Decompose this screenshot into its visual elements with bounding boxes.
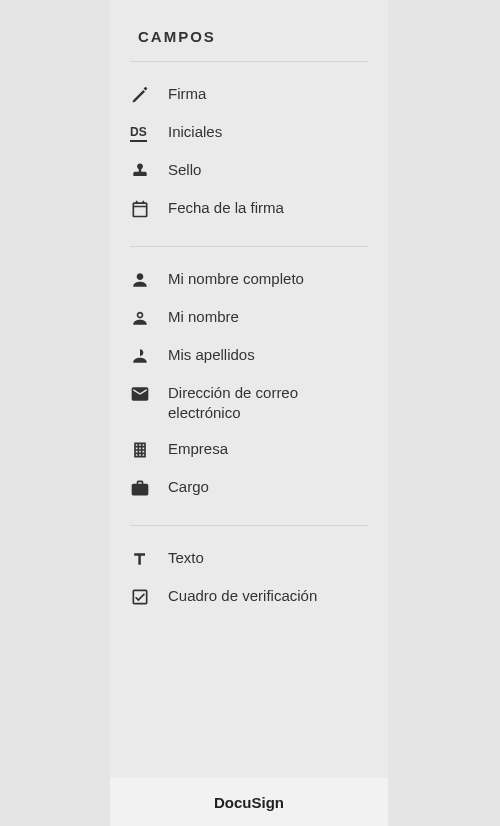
field-label: Texto [168,548,368,568]
field-label: Iniciales [168,122,368,142]
docusign-logo: DocuSign [214,794,284,811]
field-stamp[interactable]: Sello [130,152,368,190]
field-label: Cuadro de verificación [168,586,368,606]
field-label: Cargo [168,477,368,497]
building-icon [130,439,158,461]
field-label: Mi nombre [168,307,368,327]
field-label: Mis apellidos [168,345,368,365]
field-initials[interactable]: DS Iniciales [130,114,368,152]
field-company[interactable]: Empresa [130,431,368,469]
text-icon [130,548,158,570]
field-group-input: Texto Cuadro de verificación [110,526,388,634]
panel-heading: CAMPOS [110,0,388,61]
fields-panel: CAMPOS Firma DS Iniciales Sello Fech [110,0,388,826]
field-label: Fecha de la firma [168,198,368,218]
field-label: Dirección de correo electrónico [168,383,368,423]
pen-icon [130,84,158,106]
field-last-name[interactable]: Mis apellidos [130,337,368,375]
field-title[interactable]: Cargo [130,469,368,507]
field-label: Mi nombre completo [168,269,368,289]
field-label: Firma [168,84,368,104]
briefcase-icon [130,477,158,499]
footer: DocuSign [110,778,388,826]
person-outline-icon [130,307,158,329]
person-half-icon [130,345,158,367]
field-date-signed[interactable]: Fecha de la firma [130,190,368,228]
field-group-personal: Mi nombre completo Mi nombre Mis apellid… [110,247,388,525]
field-label: Empresa [168,439,368,459]
field-full-name[interactable]: Mi nombre completo [130,261,368,299]
stamp-icon [130,160,158,182]
field-email[interactable]: Dirección de correo electrónico [130,375,368,431]
field-first-name[interactable]: Mi nombre [130,299,368,337]
field-signature[interactable]: Firma [130,76,368,114]
envelope-icon [130,383,158,405]
calendar-icon [130,198,158,220]
person-icon [130,269,158,291]
field-label: Sello [168,160,368,180]
checkbox-icon [130,586,158,608]
initials-icon: DS [130,122,158,144]
field-checkbox[interactable]: Cuadro de verificación [130,578,368,616]
field-group-signature: Firma DS Iniciales Sello Fecha de la fir… [110,62,388,246]
field-text[interactable]: Texto [130,540,368,578]
